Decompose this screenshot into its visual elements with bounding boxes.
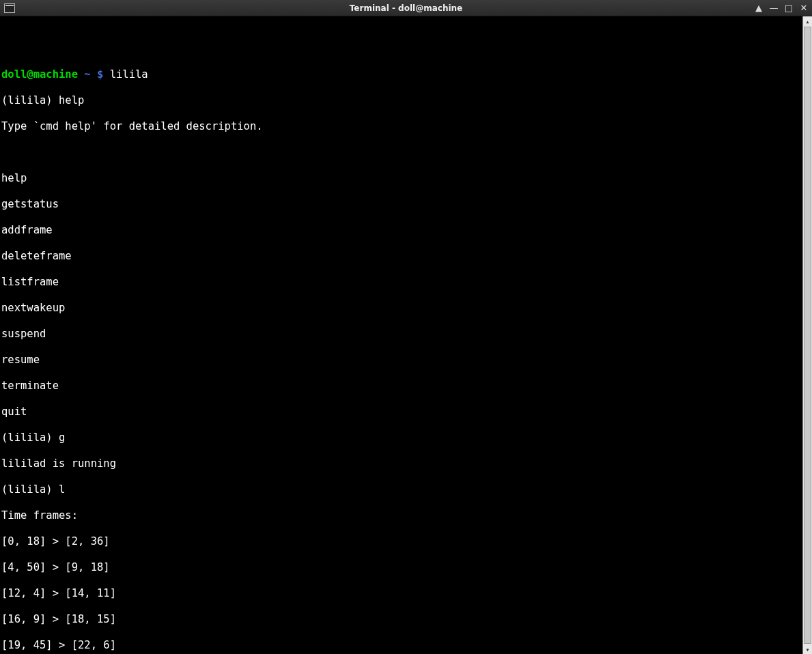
output-line: resume (1, 354, 802, 367)
output-line: Type `cmd help' for detailed description… (1, 120, 802, 133)
close-button[interactable]: ✕ (798, 3, 809, 14)
shell-prompt-line: doll@machine ~ $ lilila (1, 68, 802, 81)
terminal-blank-top (1, 29, 802, 55)
window-controls: ▲ — □ ✕ (753, 0, 809, 16)
window-titlebar: Terminal - doll@machine ▲ — □ ✕ (0, 0, 812, 16)
output-line: help (1, 172, 802, 185)
output-line: addframe (1, 224, 802, 237)
prompt-userhost: doll@machine (1, 68, 78, 81)
output-line: lililad is running (1, 457, 802, 470)
output-line: Time frames: (1, 509, 802, 522)
output-line: (lilila) l (1, 483, 802, 496)
output-line: nextwakeup (1, 302, 802, 315)
scroll-down-button[interactable]: ▾ (803, 644, 812, 654)
output-line: [0, 18] > [2, 36] (1, 535, 802, 548)
output-line: (lilila) help (1, 94, 802, 107)
output-line: [16, 9] > [18, 15] (1, 613, 802, 626)
terminal-app-icon (4, 3, 15, 13)
window-title: Terminal - doll@machine (0, 3, 812, 13)
scroll-up-button[interactable]: ▴ (803, 16, 812, 26)
output-line (1, 146, 802, 159)
scrollbar[interactable]: ▴ ▾ (802, 16, 812, 654)
output-line: suspend (1, 328, 802, 341)
maximize-button[interactable]: □ (783, 3, 794, 14)
output-line: (lilila) g (1, 431, 802, 444)
scroll-thumb[interactable] (804, 27, 811, 644)
scroll-up-icon[interactable]: ▲ (753, 3, 764, 14)
output-line: quit (1, 406, 802, 418)
output-line: terminate (1, 380, 802, 393)
output-line: deleteframe (1, 250, 802, 263)
output-line: [19, 45] > [22, 6] (1, 639, 802, 652)
output-line: listframe (1, 276, 802, 289)
terminal-viewport[interactable]: doll@machine ~ $ lilila (lilila) help Ty… (0, 16, 802, 654)
output-line: [12, 4] > [14, 11] (1, 587, 802, 600)
minimize-button[interactable]: — (768, 3, 779, 14)
typed-command: lilila (110, 68, 148, 81)
prompt-path: ~ $ (78, 68, 110, 81)
output-line: [4, 50] > [9, 18] (1, 561, 802, 574)
output-line: getstatus (1, 198, 802, 211)
